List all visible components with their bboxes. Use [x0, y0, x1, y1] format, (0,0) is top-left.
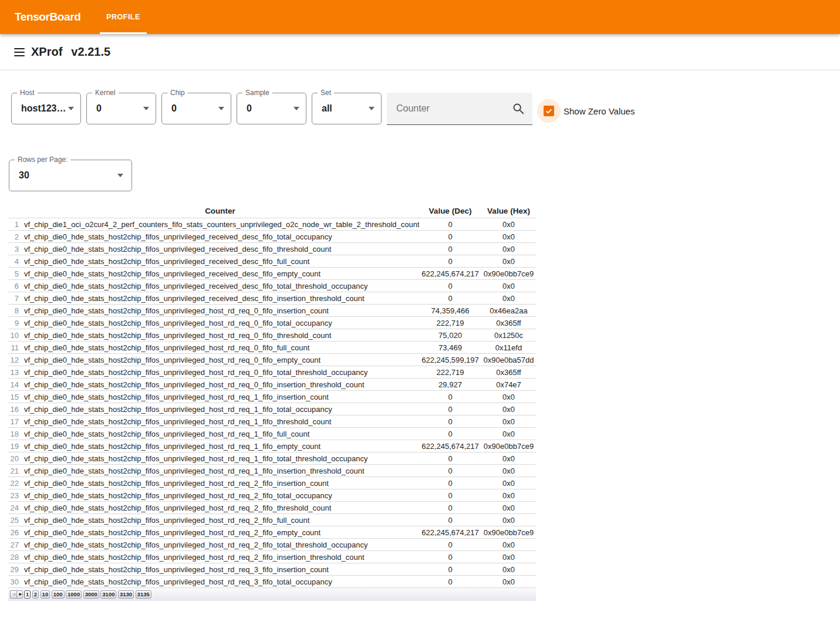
- cell-dec: 0: [419, 415, 481, 428]
- table-row: 18vf_chip_die0_hde_stats_host2chip_fifos…: [8, 428, 536, 440]
- cell-num: 5: [8, 268, 21, 280]
- checkbox-checked-icon: [544, 106, 554, 116]
- page-button-10[interactable]: 10: [41, 590, 50, 599]
- cell-dec: 0: [419, 452, 481, 465]
- page-button-3100[interactable]: 3100: [100, 590, 116, 599]
- cell-counter: vf_chip_die0_hde_stats_host2chip_fifos_u…: [21, 465, 419, 477]
- cell-dec: 0: [419, 243, 481, 255]
- menu-icon[interactable]: [14, 48, 25, 56]
- cell-num: 22: [8, 477, 21, 489]
- select-set[interactable]: Setall: [312, 93, 382, 124]
- rows-per-page-select[interactable]: Rows per Page: 30: [9, 160, 132, 191]
- page-button-3135[interactable]: 3135: [136, 590, 151, 599]
- page-button-3000[interactable]: 3000: [83, 590, 99, 599]
- cell-dec: 222,719: [419, 366, 481, 379]
- page-button-1000[interactable]: 1000: [66, 590, 82, 599]
- cell-num: 19: [8, 440, 21, 452]
- table-row: 2vf_chip_die0_hde_stats_host2chip_fifos_…: [8, 231, 536, 243]
- table-row: 27vf_chip_die0_hde_stats_host2chip_fifos…: [8, 539, 536, 551]
- page-button-2[interactable]: 2: [32, 590, 39, 599]
- select-label: Chip: [167, 89, 188, 97]
- cell-dec: 0: [419, 465, 481, 477]
- cell-hex: 0x1250c: [481, 329, 536, 342]
- next-page-button[interactable]: ►: [16, 590, 23, 599]
- chevron-down-icon: [143, 107, 149, 110]
- table-row: 30vf_chip_die0_hde_stats_host2chip_fifos…: [8, 576, 536, 588]
- cell-hex: 0x0: [481, 415, 536, 428]
- cell-num: 25: [8, 514, 21, 526]
- select-kernel[interactable]: Kernel0: [86, 93, 156, 124]
- page-button-3130[interactable]: 3130: [118, 590, 134, 599]
- counter-search-field: [387, 93, 532, 125]
- cell-hex: 0x0: [481, 428, 536, 440]
- cell-num: 7: [8, 292, 21, 305]
- search-icon: [512, 102, 525, 115]
- tab-profile-label: PROFILE: [106, 13, 140, 21]
- cell-dec: 622,245,599,197: [419, 354, 481, 366]
- cell-counter: vf_chip_die0_hde_stats_host2chip_fifos_u…: [21, 477, 419, 489]
- table-row: 13vf_chip_die0_hde_stats_host2chip_fifos…: [8, 366, 536, 379]
- active-tab-indicator: [100, 32, 147, 34]
- cell-dec: 0: [419, 514, 481, 526]
- cell-num: 17: [8, 415, 21, 428]
- select-sample[interactable]: Sample0: [237, 93, 306, 124]
- cell-hex: 0x0: [481, 231, 536, 243]
- page-button-1[interactable]: 1: [24, 590, 31, 599]
- col-value-dec: Value (Dec): [419, 205, 481, 218]
- cell-dec: 29,927: [419, 379, 481, 391]
- cell-counter: vf_chip_die0_hde_stats_host2chip_fifos_u…: [21, 231, 419, 243]
- show-zero-values-label: Show Zero Values: [564, 106, 635, 116]
- select-host[interactable]: Hosthost123…: [11, 93, 81, 124]
- cell-num: 29: [8, 563, 21, 576]
- cell-num: 9: [8, 317, 21, 329]
- cell-hex: 0x0: [481, 551, 536, 563]
- select-value: 0: [96, 93, 102, 124]
- col-index: [8, 205, 21, 218]
- table-row: 25vf_chip_die0_hde_stats_host2chip_fifos…: [8, 514, 536, 526]
- cell-dec: 0: [419, 231, 481, 243]
- cell-hex: 0x0: [481, 576, 536, 588]
- cell-hex: 0x0: [481, 218, 536, 231]
- cell-counter: vf_chip_die0_hde_stats_host2chip_fifos_u…: [21, 243, 419, 255]
- table-row: 26vf_chip_die0_hde_stats_host2chip_fifos…: [8, 526, 536, 539]
- tab-profile[interactable]: PROFILE: [100, 0, 147, 34]
- prev-page-button[interactable]: ◄: [10, 590, 16, 599]
- page-button-100[interactable]: 100: [52, 590, 65, 599]
- table-row: 23vf_chip_die0_hde_stats_host2chip_fifos…: [8, 489, 536, 502]
- cell-dec: 0: [419, 489, 481, 502]
- table-row: 11vf_chip_die0_hde_stats_host2chip_fifos…: [8, 342, 536, 354]
- cell-dec: 222,719: [419, 317, 481, 329]
- cell-counter: vf_chip_die0_hde_stats_host2chip_fifos_u…: [21, 539, 419, 551]
- cell-num: 23: [8, 489, 21, 502]
- table-row: 5vf_chip_die0_hde_stats_host2chip_fifos_…: [8, 268, 536, 280]
- cell-dec: 0: [419, 539, 481, 551]
- select-chip[interactable]: Chip0: [161, 93, 231, 124]
- table-row: 19vf_chip_die0_hde_stats_host2chip_fifos…: [8, 440, 536, 452]
- search-input[interactable]: [387, 93, 504, 124]
- cell-num: 21: [8, 465, 21, 477]
- cell-num: 26: [8, 526, 21, 539]
- table-row: 9vf_chip_die0_hde_stats_host2chip_fifos_…: [8, 317, 536, 329]
- cell-counter: vf_chip_die0_hde_stats_host2chip_fifos_u…: [21, 563, 419, 576]
- cell-hex: 0x0: [481, 391, 536, 403]
- table-row: 16vf_chip_die0_hde_stats_host2chip_fifos…: [8, 403, 536, 415]
- table-row: 4vf_chip_die0_hde_stats_host2chip_fifos_…: [8, 255, 536, 268]
- cell-num: 8: [8, 305, 21, 317]
- rows-per-page-value: 30: [19, 160, 29, 191]
- cell-counter: vf_chip_die0_hde_stats_host2chip_fifos_u…: [21, 317, 419, 329]
- col-counter: Counter: [21, 205, 419, 218]
- cell-counter: vf_chip_die0_hde_stats_host2chip_fifos_u…: [21, 391, 419, 403]
- cell-hex: 0x0: [481, 563, 536, 576]
- cell-counter: vf_chip_die0_hde_stats_host2chip_fifos_u…: [21, 329, 419, 342]
- table-row: 3vf_chip_die0_hde_stats_host2chip_fifos_…: [8, 243, 536, 255]
- cell-num: 1: [8, 218, 21, 231]
- cell-counter: vf_chip_die0_hde_stats_host2chip_fifos_u…: [21, 379, 419, 391]
- chevron-down-icon: [117, 174, 123, 177]
- chevron-down-icon: [218, 107, 224, 110]
- cell-dec: 75,020: [419, 329, 481, 342]
- show-zero-values-checkbox[interactable]: [537, 99, 561, 123]
- table-row: 12vf_chip_die0_hde_stats_host2chip_fifos…: [8, 354, 536, 366]
- cell-dec: 0: [419, 502, 481, 514]
- cell-counter: vf_chip_die0_hde_stats_host2chip_fifos_u…: [21, 489, 419, 502]
- cell-counter: vf_chip_die0_hde_stats_host2chip_fifos_u…: [21, 428, 419, 440]
